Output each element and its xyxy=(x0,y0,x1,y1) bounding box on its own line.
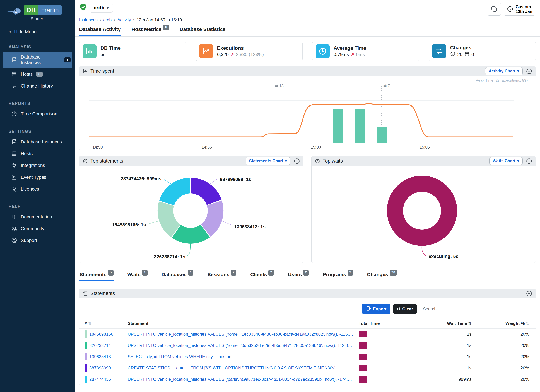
count-badge: 2 xyxy=(268,270,274,276)
copy-icon xyxy=(490,5,498,13)
weight-value: 20% xyxy=(471,332,529,337)
hide-menu-button[interactable]: « Hide Menu xyxy=(0,25,75,39)
tab-changes[interactable]: Changes20 xyxy=(367,272,397,281)
x-axis-tick: 14:55 xyxy=(202,145,212,149)
sort-icon[interactable]: ⇅ xyxy=(88,321,91,326)
tab-programs[interactable]: Programs2 xyxy=(323,272,353,281)
logo-wordmark: DB marlin xyxy=(24,5,62,15)
col-id[interactable]: # xyxy=(85,321,87,326)
sidebar-item-database-instances-settings[interactable]: Database Instances xyxy=(3,136,72,148)
weight-value: 20% xyxy=(471,343,529,348)
export-icon xyxy=(366,306,371,312)
table-row: 1845898166 UPSERT INTO vehicle_location_… xyxy=(79,328,535,340)
wait-time-value: 1s xyxy=(418,354,471,359)
waits-chart-dropdown[interactable]: Waits Chart ▾ xyxy=(489,157,523,165)
activity-chart-svg[interactable]: ⇄ 13 ⇄ 7 14:50 14:55 15:00 15:05 xyxy=(79,76,535,150)
breadcrumb-crdb[interactable]: crdb xyxy=(103,17,112,22)
bar-chart-icon xyxy=(83,44,96,58)
count-badge: 1 xyxy=(142,270,148,276)
count-badge: 0 xyxy=(163,25,169,30)
sidebar-item-community[interactable]: Community xyxy=(3,223,72,234)
time-range-date: 13th Jan xyxy=(516,9,532,14)
clear-button[interactable]: ↺ Clear xyxy=(393,304,417,314)
sort-icon[interactable]: ⇅ xyxy=(468,321,471,326)
tab-host-metrics[interactable]: Host Metrics0 xyxy=(131,26,169,36)
statement-color-chip xyxy=(85,342,87,349)
sidebar: DB marlin Starter « Hide Menu ANALYSIS D… xyxy=(0,0,75,392)
statement-link[interactable]: UPSERT INTO vehicle_location_histories V… xyxy=(128,377,359,382)
table-header-row: #⇅ Statement Total Time Wait Time⇅ Weigh… xyxy=(79,318,535,328)
statement-link[interactable]: SELECT city, id FROM vehicles WHERE city… xyxy=(128,354,359,359)
tab-waits[interactable]: Waits1 xyxy=(127,272,148,281)
collapse-panel-icon[interactable] xyxy=(526,68,532,74)
statement-id-link[interactable]: 1845898166 xyxy=(89,332,113,337)
sidebar-item-hosts[interactable]: Hosts 0 xyxy=(3,68,72,80)
count-badge: 5 xyxy=(108,270,114,276)
tab-database-statistics[interactable]: Database Statistics xyxy=(180,26,226,36)
total-time-bar xyxy=(359,365,367,371)
statements-chart-dropdown[interactable]: Statements Chart ▾ xyxy=(246,157,290,165)
statement-id-link[interactable]: 287474436 xyxy=(89,377,111,382)
slice-label: executing: 5s xyxy=(429,254,458,259)
executions-bar[interactable] xyxy=(376,127,387,143)
tab-database-activity[interactable]: Database Activity xyxy=(79,26,121,36)
breadcrumb: Instances › crdb › Activity › 13th Jan 1… xyxy=(75,15,540,24)
statement-link[interactable]: UPSERT INTO vehicle_location_histories V… xyxy=(128,332,359,337)
time-range-button[interactable]: Custom 13th Jan xyxy=(504,3,535,15)
sidebar-item-documentation[interactable]: Documentation xyxy=(3,211,72,223)
panel-title: Statements xyxy=(90,291,115,296)
sidebar-item-database-instances[interactable]: Database Instances 1 xyxy=(3,52,72,68)
sort-icon[interactable]: ⇅ xyxy=(526,321,529,326)
count-badge: 0 xyxy=(36,72,42,77)
statement-id-link[interactable]: 887898099 xyxy=(89,366,111,371)
col-wait-time[interactable]: Wait Time xyxy=(447,321,467,326)
breadcrumb-instances[interactable]: Instances xyxy=(79,17,98,22)
statement-link[interactable]: UPSERT INTO vehicle_location_histories V… xyxy=(128,343,359,348)
executions-bar[interactable] xyxy=(355,109,365,143)
activity-chart-dropdown[interactable]: Activity Chart ▾ xyxy=(485,67,523,75)
collapse-panel-icon[interactable] xyxy=(526,290,532,297)
change-marker-label: ⇄ 13 xyxy=(275,84,284,88)
breadcrumb-timerange: 13th Jan 14:50 to 15:10 xyxy=(137,17,182,22)
table-row: 287474436 UPSERT INTO vehicle_location_h… xyxy=(79,374,535,385)
col-weight[interactable]: Weight % xyxy=(505,321,525,326)
donut-slice-executing[interactable] xyxy=(395,184,449,238)
lifebuoy-icon xyxy=(11,237,17,243)
sidebar-item-time-comparison[interactable]: Time Comparison xyxy=(3,108,72,119)
section-label: REPORTS xyxy=(9,101,75,106)
chevrons-left-icon: « xyxy=(8,29,11,35)
sidebar-item-integrations[interactable]: Integrations xyxy=(3,160,72,171)
statements-donut-svg[interactable]: 287474436: 999ms 887898099: 1s 139638413… xyxy=(79,166,303,263)
sidebar-item-hosts-settings[interactable]: Hosts xyxy=(3,148,72,159)
collapse-panel-icon[interactable] xyxy=(294,158,300,164)
breadcrumb-activity[interactable]: Activity xyxy=(117,17,131,22)
statement-link[interactable]: CREATE STATISTICS __auto__ FROM [63] WIT… xyxy=(128,366,359,371)
count-badge: 1 xyxy=(64,57,70,62)
event-change-count: 0 xyxy=(471,52,474,57)
tab-sessions[interactable]: Sessions2 xyxy=(207,272,236,281)
statements-table: #⇅ Statement Total Time Wait Time⇅ Weigh… xyxy=(79,318,535,385)
tab-statements[interactable]: Statements5 xyxy=(80,272,114,281)
wait-time-value: 1s xyxy=(418,332,471,337)
collapse-panel-icon[interactable] xyxy=(526,158,532,164)
clock-icon xyxy=(11,111,17,117)
book-icon xyxy=(11,214,17,220)
executions-bar[interactable] xyxy=(333,109,343,143)
sidebar-item-change-history[interactable]: Change History xyxy=(3,80,72,92)
copy-link-button[interactable] xyxy=(488,3,501,15)
wait-time-value: 1s xyxy=(418,366,471,371)
sidebar-item-support[interactable]: Support xyxy=(3,235,72,246)
x-axis-tick: 14:50 xyxy=(92,145,103,149)
tab-clients[interactable]: Clients2 xyxy=(250,272,274,281)
statement-id-link[interactable]: 326238714 xyxy=(89,343,111,348)
tab-users[interactable]: Users2 xyxy=(288,272,309,281)
statement-id-link[interactable]: 139638413 xyxy=(89,354,111,359)
instance-selector[interactable]: crdb ▾ xyxy=(90,3,113,13)
sidebar-item-event-types[interactable]: Event Types xyxy=(3,171,72,183)
waits-donut-svg[interactable]: executing: 5s xyxy=(311,166,535,263)
sidebar-item-licences[interactable]: Licences xyxy=(3,183,72,195)
export-button[interactable]: Export xyxy=(362,304,390,314)
trend-up-icon: ↗ xyxy=(230,52,234,57)
search-input[interactable] xyxy=(420,304,529,314)
tab-databases[interactable]: Databases1 xyxy=(161,272,194,281)
